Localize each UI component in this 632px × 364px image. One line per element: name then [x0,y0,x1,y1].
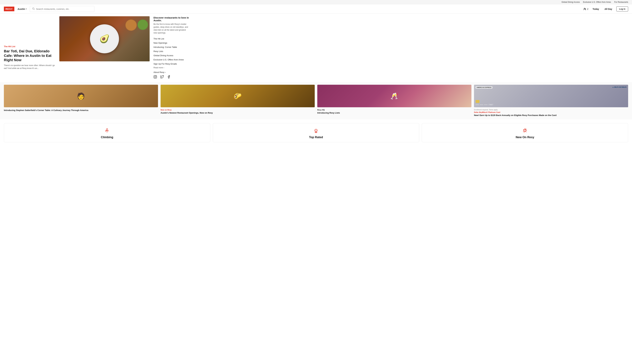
taco-visual: 🌮 [161,85,315,107]
social-icons [153,75,189,80]
header-right: 2 Today All Day Log in [583,6,628,12]
facebook-icon[interactable] [167,75,172,80]
amex-visual: AMERICAN EXPRESS ▲ DELTA SKYMILES •••• •… [474,85,628,107]
svg-point-6 [156,76,156,76]
svg-rect-8 [315,132,317,132]
drinks-visual: 🥂 [317,85,471,107]
card-number: •••• •••• •••• 7997 [476,104,493,106]
sidebar-item-signup[interactable]: Sign Up For Resy Emails [153,62,189,66]
svg-line-1 [34,9,35,10]
card-3-title: Introducing Resy Lists [317,112,471,114]
category-top-rated[interactable]: Top Rated [213,123,419,142]
category-climbing[interactable]: Climbing [4,123,210,142]
climbing-icon [7,127,207,134]
card-3-image: 🥂 [317,85,471,107]
top-bar: Global Dining Access Exclusive U.S. Offe… [0,0,632,4]
instagram-icon[interactable] [153,75,158,80]
card-new-openings[interactable]: 🌮 New on Resy Austin's Newest Restaurant… [161,85,315,117]
card-chip [476,100,479,103]
location-chevron-icon: ▾ [26,8,27,10]
location-label: Austin [18,8,25,10]
card-4-image: AMERICAN EXPRESS ▲ DELTA SKYMILES •••• •… [474,85,628,107]
sidebar-description: Be the first to know with Resy's insider… [153,23,189,34]
top-rated-icon [216,127,416,134]
sidebar-item-corner-table[interactable]: Introducing: Corner Table [153,45,189,49]
new-on-resy-icon [425,127,625,134]
card-amex[interactable]: AMERICAN EXPRESS ▲ DELTA SKYMILES •••• •… [474,85,628,117]
categories-row: Climbing Top Rated New On Resy [4,123,628,142]
card-2-tag: New on Resy [161,109,315,111]
card-1-image: 🧑 [4,85,158,107]
card-4-tag: Delta SkyMiles® Platinum Card [474,111,628,113]
card-2-image: 🌮 [161,85,315,107]
person-visual: 🧑 [4,85,158,107]
sidebar-title: Discover restaurants to love in Austin. [153,16,189,22]
read-more-link[interactable]: Read more › [153,66,189,69]
svg-rect-9 [315,132,317,133]
login-button[interactable]: Log in [616,6,628,12]
hero-section: The Hit List Bar Toti, Dai Due, Eldorado… [0,14,632,82]
hero-description: There's no question we hear more often: … [4,64,56,70]
amex-logo: AMERICAN EXPRESS [476,86,492,88]
sidebar-item-hit-list[interactable]: The Hit List [153,36,189,41]
hero-image[interactable] [59,16,150,61]
card-4-title: New! Earn Up to $120 Back Annually on El… [474,114,628,117]
sidebar-item-resy-lists[interactable]: Resy Lists [153,49,189,53]
sidebar-item-new-openings[interactable]: New Openings [153,41,189,45]
today-button[interactable]: Today [591,7,600,11]
logo[interactable]: RESY [4,6,14,11]
new-on-resy-label: New On Resy [425,136,625,139]
hero-tag: The Hit List [4,45,56,48]
cards-row: 🧑 Introducing Stephen Satterfield's Corn… [0,82,632,119]
card-stephen[interactable]: 🧑 Introducing Stephen Satterfield's Corn… [4,85,158,117]
svg-rect-4 [154,76,157,78]
bowl2-visual [138,20,148,30]
top-rated-label: Top Rated [216,136,416,139]
sidebar-links: The Hit List New Openings Introducing: C… [153,36,189,66]
card-resy-lists[interactable]: 🥂 Resy HQ Introducing Resy Lists [317,85,471,117]
all-day-button[interactable]: All Day [603,7,613,11]
svg-point-5 [154,76,156,78]
party-size-value: 2 [587,8,588,10]
about-resy-link[interactable]: About Resy › [153,71,189,74]
party-icon [583,8,586,10]
svg-point-3 [585,8,585,9]
search-icon [32,8,35,10]
enrollment-note: Enrollment required. Terms apply. [474,109,628,111]
hero-left: The Hit List Bar Toti, Dai Due, Eldorado… [4,16,56,70]
category-section: Climbing Top Rated New On Resy [0,119,632,146]
card-3-tag: Resy HQ [317,109,471,111]
bowl1-visual [125,20,137,31]
search-bar [30,6,94,12]
hero-title: Bar Toti, Dai Due, Eldorado Cafe: Where … [4,49,56,62]
sidebar-item-global-dining[interactable]: Global Dining Access [153,53,189,58]
category-new-on-resy[interactable]: New On Resy [422,123,628,142]
svg-point-7 [107,128,107,129]
header: RESY Austin ▾ 2 Today All Day Log in [0,4,632,14]
location-selector[interactable]: Austin ▾ [18,8,27,10]
party-size-selector[interactable]: 2 [583,8,588,10]
top-bar-for-restaurants[interactable]: For Restaurants [614,1,628,3]
sidebar: Discover restaurants to love in Austin. … [153,16,189,80]
plate-visual [90,24,119,53]
top-bar-global-dining[interactable]: Global Dining Access [561,1,580,3]
twitter-icon[interactable] [160,75,165,80]
top-bar-amex-offers[interactable]: Exclusive U.S. Offers from Amex [583,1,611,3]
hero-image-bg [59,16,150,61]
search-input[interactable] [36,8,92,10]
card-2-title: Austin's Newest Restaurant Openings, Now… [161,112,315,114]
delta-logo: ▲ DELTA SKYMILES [612,86,626,88]
climbing-label: Climbing [7,136,207,139]
sidebar-item-amex[interactable]: Exclusive U.S. Offers from Amex [153,58,189,62]
card-1-title: Introducing Stephen Satterfield's Corner… [4,109,158,112]
